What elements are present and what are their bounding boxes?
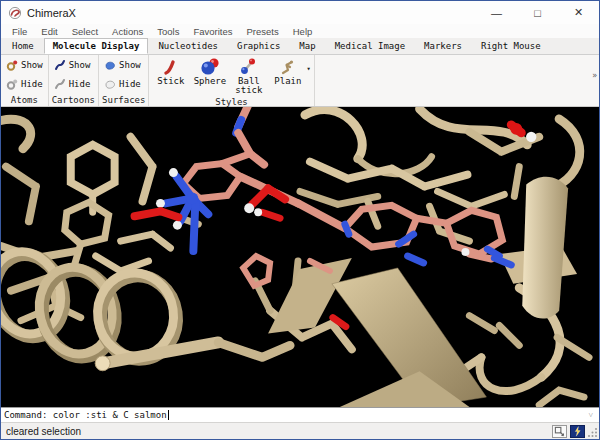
toolbar-overflow-icon[interactable]: » (592, 71, 597, 80)
tab-medical-image[interactable]: Medical Image (326, 38, 414, 54)
hide-atoms-icon (6, 78, 18, 90)
ribbon-tab-bar: Home Molecule Display Nucleotides Graphi… (1, 38, 599, 55)
selection-mode-icon[interactable] (552, 425, 567, 438)
molecule-scene (1, 107, 599, 407)
helix-ribbons (1, 243, 182, 365)
menu-edit[interactable]: Edit (34, 26, 64, 37)
status-message: cleared selection (6, 426, 81, 437)
ball-stick-label: Ball stick (230, 77, 267, 96)
chimerax-logo-icon (8, 6, 22, 20)
window-title: ChimeraX (27, 7, 76, 19)
backbone-stick (95, 342, 290, 370)
toolbar-group-atoms: Show Hide Atoms (1, 55, 49, 106)
plain-label: Plain (274, 77, 301, 86)
close-icon[interactable]: ✕ (558, 1, 599, 24)
hide-surfaces-label: Hide (119, 79, 141, 89)
command-label: Command: (4, 410, 47, 420)
show-surfaces-icon (104, 59, 116, 71)
ball-stick-style-button[interactable]: Ball stick (230, 57, 267, 96)
plain-dropdown-icon[interactable]: ▾ (306, 65, 310, 73)
menu-bar: File Edit Select Actions Tools Favorites… (1, 24, 599, 38)
tab-graphics[interactable]: Graphics (228, 38, 289, 54)
show-atoms-icon (6, 59, 18, 71)
menu-favorites[interactable]: Favorites (186, 26, 239, 37)
show-cartoons-icon (54, 59, 66, 71)
show-cartoons-button[interactable]: Show (52, 57, 95, 73)
tab-markers[interactable]: Markers (415, 38, 471, 54)
minimize-icon[interactable]: — (476, 1, 517, 24)
hide-atoms-label: Hide (21, 79, 43, 89)
stick-icon (162, 58, 180, 76)
hide-surfaces-button[interactable]: Hide (102, 76, 145, 92)
resize-grip[interactable] (586, 426, 598, 438)
hide-cartoons-label: Hide (69, 79, 91, 89)
menu-help[interactable]: Help (286, 26, 320, 37)
toolbar-group-surfaces: Show Hide Surfaces (99, 55, 149, 106)
tab-nucleotides[interactable]: Nucleotides (149, 38, 227, 54)
show-cartoons-label: Show (69, 60, 91, 70)
maximize-icon[interactable]: □ (517, 1, 558, 24)
hide-cartoons-icon (54, 78, 66, 90)
title-bar: ChimeraX — □ ✕ (1, 1, 599, 24)
stick-style-button[interactable]: Stick (152, 57, 189, 86)
command-history-dropdown-icon[interactable]: ˅ (588, 411, 596, 420)
status-bar: cleared selection (1, 422, 599, 439)
tab-map[interactable]: Map (290, 38, 324, 54)
text-cursor (168, 410, 169, 420)
show-surfaces-button[interactable]: Show (102, 57, 145, 73)
tab-home[interactable]: Home (3, 38, 43, 54)
tab-molecule-display[interactable]: Molecule Display (44, 38, 149, 54)
menu-actions[interactable]: Actions (105, 26, 150, 37)
menu-select[interactable]: Select (65, 26, 105, 37)
surfaces-group-label: Surfaces (102, 94, 145, 106)
show-atoms-label: Show (21, 60, 43, 70)
sphere-icon (200, 57, 220, 77)
cartoons-group-label: Cartoons (52, 94, 95, 106)
stick-label: Stick (157, 77, 184, 86)
menu-file[interactable]: File (5, 26, 34, 37)
rapid-access-lightning-icon[interactable] (570, 425, 585, 438)
molecule-display-toolbar: Show Hide Atoms Show (1, 55, 599, 107)
menu-presets[interactable]: Presets (240, 26, 286, 37)
menu-tools[interactable]: Tools (150, 26, 186, 37)
toolbar-group-cartoons: Show Hide Cartoons (49, 55, 99, 106)
show-surfaces-label: Show (119, 60, 141, 70)
show-atoms-button[interactable]: Show (4, 57, 45, 73)
hide-surfaces-icon (104, 78, 116, 90)
command-input[interactable]: color :sti & C salmon (53, 410, 167, 420)
plain-style-button[interactable]: Plain (269, 57, 306, 86)
tab-right-mouse[interactable]: Right Mouse (472, 38, 550, 54)
atoms-group-label: Atoms (4, 94, 45, 106)
hide-atoms-button[interactable]: Hide (4, 76, 45, 92)
hide-cartoons-button[interactable]: Hide (52, 76, 95, 92)
sphere-style-button[interactable]: Sphere (191, 57, 228, 86)
toolbar-group-styles: Stick Sphere (149, 55, 314, 106)
ball-stick-icon (239, 57, 259, 77)
chimerax-window: ChimeraX — □ ✕ File Edit Select Actions … (0, 0, 600, 440)
command-line[interactable]: Command: color :sti & C salmon ˅ (1, 407, 599, 422)
plain-icon (279, 58, 297, 76)
graphics-viewport[interactable] (1, 107, 599, 407)
sphere-label: Sphere (194, 77, 227, 86)
